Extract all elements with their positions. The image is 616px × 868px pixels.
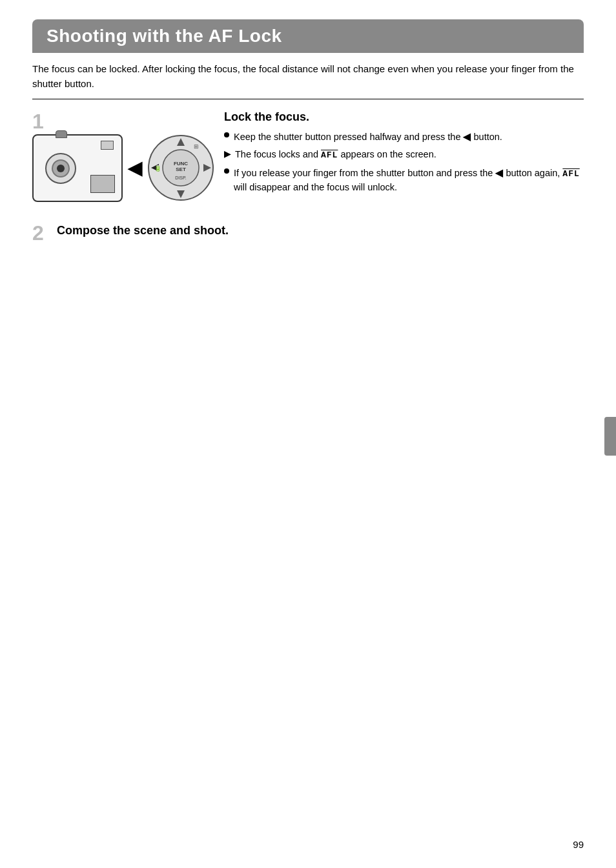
bullet-dot-1: [224, 132, 229, 137]
page-number: 99: [573, 839, 584, 850]
intro-text: The focus can be locked. After locking t…: [32, 62, 584, 91]
left-arrow-button-icon: ◀: [463, 131, 471, 142]
svg-text:SET: SET: [176, 167, 186, 172]
bullet-1: Keep the shutter button pressed halfway …: [224, 130, 584, 144]
control-wheel-illustration: FUNC SET DISP.: [147, 134, 215, 202]
step-1-images: ◀ FUNC SET DISP.: [32, 134, 215, 202]
bullet-3-text: If you release your finger from the shut…: [234, 166, 584, 194]
camera-lens-illustration: [45, 153, 76, 184]
camera-body-illustration: [32, 134, 123, 202]
title-bar: Shooting with the AF Lock: [32, 19, 584, 53]
bullet-dot-3: [224, 168, 229, 174]
step-1-content: Lock the focus. Keep the shutter button …: [224, 110, 584, 194]
camera-shutter-illustration: [56, 130, 67, 138]
step-1-row: 1 ◀: [32, 110, 584, 202]
left-arrow-icon: ◀: [128, 157, 142, 179]
bullet-3: If you release your finger from the shut…: [224, 166, 584, 194]
bullet-2-text: The focus locks and AFL appears on the s…: [235, 148, 436, 162]
step-1-bullets: Keep the shutter button pressed halfway …: [224, 130, 584, 194]
svg-text:FUNC: FUNC: [174, 161, 188, 167]
steps-area: 1 ◀: [32, 110, 584, 245]
afl-label-1: AFL: [321, 150, 338, 160]
page-container: Shooting with the AF Lock The focus can …: [0, 0, 616, 271]
step-2-title: Compose the scene and shoot.: [57, 220, 229, 238]
svg-text:DISP.: DISP.: [175, 176, 186, 180]
bullet-1-text: Keep the shutter button pressed halfway …: [234, 130, 502, 144]
left-arrow-button-icon-2: ◀: [495, 167, 503, 178]
camera-lens-inner: [52, 159, 70, 177]
step-1-number: 1: [32, 110, 57, 132]
bullet-2: ▶ The focus locks and AFL appears on the…: [224, 148, 584, 162]
step-2-row: 2 Compose the scene and shoot.: [32, 220, 584, 245]
right-sidebar-tab: [604, 417, 616, 456]
camera-viewfinder-illustration: [101, 141, 114, 150]
step-1-left: 1 ◀: [32, 110, 215, 202]
camera-lens-center: [57, 165, 65, 172]
step-2-number: 2: [32, 220, 57, 245]
camera-screen-illustration: [90, 175, 115, 193]
page-title: Shooting with the AF Lock: [46, 26, 570, 46]
svg-text:🔋: 🔋: [154, 165, 162, 172]
bullet-arrow-2: ▶: [224, 148, 231, 161]
section-divider: [32, 99, 584, 99]
svg-text:⊞: ⊞: [194, 143, 199, 150]
afl-label-2: AFL: [562, 169, 579, 179]
step-1-title: Lock the focus.: [224, 110, 584, 125]
